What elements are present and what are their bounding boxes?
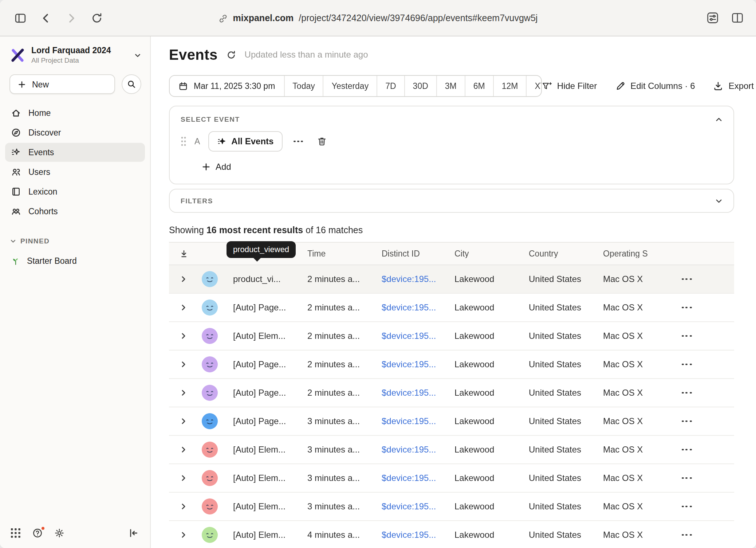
table-row[interactable]: [Auto] Page... 2 minutes a... $device:19…	[169, 379, 734, 407]
back-button[interactable]	[40, 12, 52, 24]
expand-row-button[interactable]	[169, 304, 198, 311]
collapse-sidebar-icon	[128, 528, 139, 539]
distinct-id-link[interactable]: $device:195...	[382, 445, 454, 455]
forward-button[interactable]	[66, 12, 77, 24]
table-row[interactable]: product_vi... 2 minutes a... $device:195…	[169, 265, 734, 294]
mixpanel-logo	[9, 47, 25, 63]
row-actions-button[interactable]	[679, 420, 734, 422]
distinct-id-link[interactable]: $device:195...	[382, 359, 454, 369]
expand-row-button[interactable]	[169, 361, 198, 368]
pinned-item-starter-board[interactable]: Starter Board	[5, 251, 145, 270]
distinct-id-link[interactable]: $device:195...	[382, 501, 454, 512]
page-settings-button[interactable]	[706, 12, 719, 24]
delete-event-button[interactable]	[314, 135, 330, 148]
chevron-down-icon	[10, 238, 16, 244]
expand-row-button[interactable]	[169, 474, 198, 482]
column-header-city[interactable]: City	[454, 249, 529, 258]
distinct-id-link[interactable]: $device:195...	[382, 302, 454, 313]
table-row[interactable]: [Auto] Elem... 3 minutes a... $device:19…	[169, 436, 734, 464]
expand-row-button[interactable]	[169, 418, 198, 425]
range-xtd-button[interactable]: XTD	[526, 76, 542, 96]
sidebar-item-discover[interactable]: Discover	[5, 123, 145, 142]
edit-columns-button[interactable]: Edit Columns · 6	[615, 81, 695, 91]
new-button[interactable]: New	[9, 74, 115, 94]
column-header-os[interactable]: Operating S	[603, 249, 679, 258]
column-header-country[interactable]: Country	[529, 249, 603, 258]
range-12m-button[interactable]: 12M	[493, 76, 526, 96]
row-actions-button[interactable]	[679, 363, 734, 365]
distinct-id-link[interactable]: $device:195...	[382, 530, 454, 540]
refresh-button[interactable]	[227, 50, 236, 59]
chevron-up-icon[interactable]	[715, 116, 722, 123]
chevron-right-icon	[180, 531, 187, 539]
distinct-id-link[interactable]: $device:195...	[382, 416, 454, 426]
row-actions-button[interactable]	[679, 306, 734, 309]
range-30d-button[interactable]: 30D	[404, 76, 436, 96]
expand-row-button[interactable]	[169, 389, 198, 396]
distinct-id-link[interactable]: $device:195...	[382, 331, 454, 341]
expand-row-button[interactable]	[169, 446, 198, 453]
range-6m-button[interactable]: 6M	[465, 76, 493, 96]
date-picker-button[interactable]: Mar 11, 2025 3:30 pm	[170, 76, 284, 96]
url-bar[interactable]: mixpanel.com/project/3472420/view/397469…	[218, 0, 538, 36]
range-3m-button[interactable]: 3M	[436, 76, 465, 96]
expand-row-button[interactable]	[169, 531, 198, 539]
city-cell: Lakewood	[454, 530, 529, 540]
time-cell: 3 minutes a...	[307, 501, 382, 512]
table-row[interactable]: [Auto] Elem... 3 minutes a... $device:19…	[169, 464, 734, 493]
city-cell: Lakewood	[454, 416, 529, 426]
jump-to-latest-button[interactable]	[169, 249, 198, 258]
column-header-distinct-id[interactable]: Distinct ID	[382, 249, 454, 258]
table-row[interactable]: [Auto] Page... 2 minutes a... $device:19…	[169, 351, 734, 379]
project-switcher[interactable]: Lord Farquaad 2024 All Project Data	[0, 36, 150, 64]
range-today-button[interactable]: Today	[284, 76, 323, 96]
sidebar: Lord Farquaad 2024 All Project Data New …	[0, 36, 151, 548]
all-events-button[interactable]: All Events	[208, 131, 282, 152]
row-actions-button[interactable]	[679, 477, 734, 479]
export-button[interactable]: Export	[713, 81, 754, 91]
expand-row-button[interactable]	[169, 275, 198, 283]
sidebar-item-home[interactable]: Home	[5, 103, 145, 122]
range-7d-button[interactable]: 7D	[377, 76, 404, 96]
pinned-section-toggle[interactable]: PINNED	[0, 237, 150, 245]
collapse-sidebar-button[interactable]	[128, 528, 139, 539]
chevron-right-icon	[180, 446, 187, 453]
row-actions-button[interactable]	[679, 449, 734, 451]
settings-button[interactable]	[54, 528, 65, 539]
search-button[interactable]	[122, 74, 141, 94]
row-actions-button[interactable]	[679, 392, 734, 394]
distinct-id-link[interactable]: $device:195...	[382, 388, 454, 398]
more-options-button[interactable]	[290, 139, 306, 144]
column-header-time[interactable]: Time	[307, 249, 382, 258]
chevron-down-icon[interactable]	[715, 197, 722, 204]
drag-handle[interactable]	[181, 136, 186, 146]
distinct-id-link[interactable]: $device:195...	[382, 274, 454, 284]
chevron-right-icon	[180, 474, 187, 482]
apps-grid-button[interactable]	[10, 528, 21, 539]
distinct-id-link[interactable]: $device:195...	[382, 473, 454, 483]
row-actions-button[interactable]	[679, 335, 734, 337]
sidebar-item-lexicon[interactable]: Lexicon	[5, 182, 145, 201]
sidebar-item-users[interactable]: Users	[5, 163, 145, 181]
reload-button[interactable]	[91, 12, 103, 24]
split-view-button[interactable]	[731, 12, 744, 24]
browser-sidebar-toggle-button[interactable]	[15, 12, 26, 24]
table-row[interactable]: [Auto] Page... 3 minutes a... $device:19…	[169, 407, 734, 436]
sidebar-item-events[interactable]: Events	[5, 143, 145, 162]
city-cell: Lakewood	[454, 274, 529, 284]
plus-icon	[17, 80, 26, 89]
table-row[interactable]: [Auto] Elem... 4 minutes a... $device:19…	[169, 521, 734, 548]
row-actions-button[interactable]	[679, 505, 734, 508]
row-actions-button[interactable]	[679, 278, 734, 280]
table-row[interactable]: [Auto] Page... 2 minutes a... $device:19…	[169, 294, 734, 322]
sidebar-item-cohorts[interactable]: Cohorts	[5, 202, 145, 221]
table-row[interactable]: [Auto] Elem... 3 minutes a... $device:19…	[169, 493, 734, 521]
expand-row-button[interactable]	[169, 332, 198, 340]
hide-filter-button[interactable]: Hide Filter	[542, 81, 597, 91]
expand-row-button[interactable]	[169, 503, 198, 510]
row-actions-button[interactable]	[679, 534, 734, 536]
add-event-button[interactable]: Add	[202, 162, 231, 172]
help-button[interactable]	[32, 528, 43, 539]
range-yesterday-button[interactable]: Yesterday	[323, 76, 377, 96]
table-row[interactable]: [Auto] Elem... 2 minutes a... $device:19…	[169, 322, 734, 351]
